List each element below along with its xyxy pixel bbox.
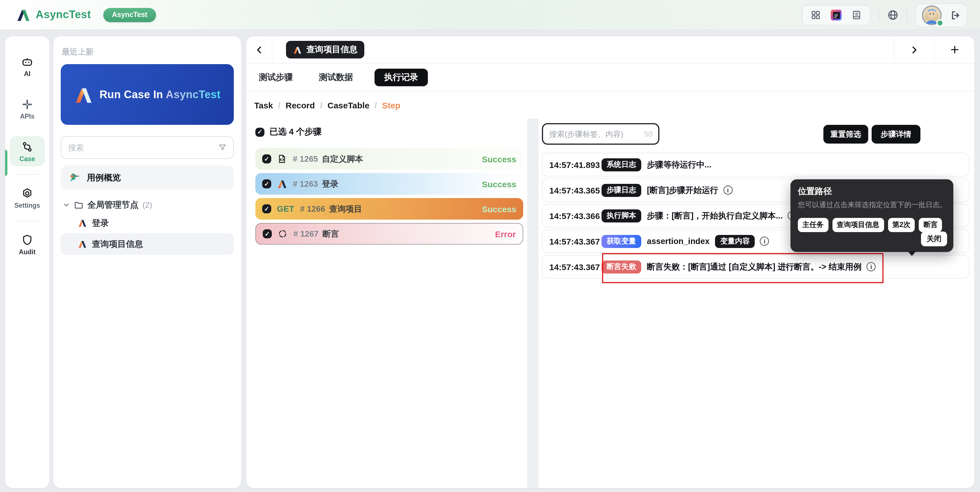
- case-title-pill: 查询项目信息: [286, 41, 364, 59]
- breadcrumb: Task / Record / CaseTable / Step: [246, 91, 974, 119]
- log-time: 14:57:41.893: [549, 160, 601, 169]
- case-sidebar: 最近上新 Run Case In AsyncTest: [53, 36, 241, 488]
- rail-item-audit[interactable]: Audit: [10, 229, 45, 260]
- step-checkbox[interactable]: ✓: [262, 204, 271, 213]
- step-row-login[interactable]: ✓ # 1263 登录 Success: [255, 173, 523, 195]
- step-checkbox[interactable]: ✓: [262, 179, 271, 188]
- recent-header: 最近上新: [62, 47, 234, 57]
- tree-child-label: 查询项目信息: [92, 239, 143, 249]
- log-tag-assert-fail: 断言失败: [601, 260, 641, 273]
- plus-icon: [950, 45, 959, 54]
- asynctest-case-icon: [78, 218, 87, 228]
- info-icon[interactable]: i: [760, 237, 769, 246]
- step-name: 登录: [322, 178, 339, 189]
- rail-item-ai[interactable]: AI: [10, 51, 45, 81]
- banner-title: Run Case In AsyncTest: [100, 88, 221, 101]
- log-tag-system: 系统日志: [601, 158, 641, 171]
- case-tree: 全局管理节点 (2) 登录 查询项目信息: [61, 197, 234, 255]
- log-text: 步骤：[断言]，开始执行自定义脚本...: [647, 210, 783, 221]
- breadcrumb-record[interactable]: Record: [286, 100, 315, 110]
- step-row-custom-script[interactable]: ✓ # 1265 自定义脚本 Success: [255, 148, 523, 170]
- breadcrumb-casetable[interactable]: CaseTable: [328, 100, 369, 110]
- case-search[interactable]: [61, 136, 234, 159]
- tab-test-steps[interactable]: 测试步骤: [259, 72, 293, 83]
- steps-pane: ✓ 已选 4 个步骤 ✓ # 1265 自定义脚本 Success ✓: [246, 119, 527, 488]
- asynctest-case-icon: [78, 239, 87, 248]
- http-method-label: GET: [277, 204, 294, 213]
- rail-item-apis[interactable]: APIs: [10, 94, 45, 124]
- log-search-input[interactable]: [549, 130, 629, 138]
- step-status: Success: [482, 179, 516, 189]
- info-icon[interactable]: i: [723, 186, 732, 195]
- tab-test-data[interactable]: 测试数据: [319, 72, 353, 83]
- case-branch-icon: [21, 141, 33, 153]
- tab-execution-record[interactable]: 执行记录: [374, 68, 428, 86]
- tree-node-root[interactable]: 全局管理节点 (2): [61, 197, 234, 213]
- language-globe-icon[interactable]: [887, 9, 899, 21]
- reset-filter-button[interactable]: 重置筛选: [823, 125, 868, 143]
- pane-divider: [527, 119, 539, 488]
- log-row-assert-fail[interactable]: 14:57:43.367 断言失败 断言失败：[断言]通过 [自定义脚本] 进行…: [542, 255, 969, 279]
- apps-grid-icon[interactable]: [810, 10, 821, 21]
- workspace-badge[interactable]: AsyncTest: [103, 8, 156, 22]
- add-button[interactable]: [934, 36, 974, 63]
- log-toolbar: 50 重置筛选 步骤详情: [539, 123, 974, 146]
- gear-icon: [21, 187, 33, 200]
- select-all-checkbox[interactable]: ✓: [255, 127, 264, 137]
- record-body: ✓ 已选 4 个步骤 ✓ # 1265 自定义脚本 Success ✓: [246, 119, 974, 488]
- divider: [15, 174, 39, 175]
- filter-funnel-icon[interactable]: [218, 143, 227, 152]
- tooltip-close-button[interactable]: 关闭: [921, 231, 947, 246]
- case-overview-item[interactable]: 用例概览: [61, 166, 234, 189]
- robot-icon: [21, 56, 33, 68]
- avatar[interactable]: [921, 5, 942, 25]
- variable-content-tag[interactable]: 变量内容: [715, 235, 755, 248]
- crosshair-icon: [277, 229, 288, 239]
- user-menu[interactable]: [915, 3, 967, 27]
- step-id: # 1265: [293, 154, 318, 164]
- run-case-banner[interactable]: Run Case In AsyncTest: [61, 64, 234, 125]
- tooltip-tag-round2[interactable]: 第2次: [888, 218, 915, 232]
- log-time: 14:57:43.367: [549, 236, 601, 246]
- log-pane: 50 重置筛选 步骤详情 14:57:41.893 系统日志 步骤等待运行中..…: [539, 119, 974, 488]
- logout-icon[interactable]: [950, 10, 961, 21]
- tree-node-query-project[interactable]: 查询项目信息: [61, 233, 234, 255]
- step-row-query-project[interactable]: ✓ GET # 1266 查询项目 Success: [255, 198, 523, 220]
- log-tag-step: 步骤日志: [601, 183, 641, 197]
- chevron-right-icon: [910, 45, 919, 54]
- log-tag-exec: 执行脚本: [601, 209, 641, 222]
- steps-selected-label: 已选 4 个步骤: [270, 127, 321, 137]
- brand[interactable]: AsyncTest: [16, 7, 91, 22]
- divider: [878, 10, 879, 21]
- step-row-assertion[interactable]: ✓ # 1267 断言 Error: [255, 223, 523, 245]
- tree-node-login[interactable]: 登录: [61, 215, 234, 231]
- rail-item-settings[interactable]: Settings: [10, 183, 45, 213]
- step-id: # 1267: [293, 229, 319, 238]
- step-checkbox[interactable]: ✓: [262, 154, 271, 164]
- intellij-icon[interactable]: IJ: [831, 10, 842, 21]
- log-search[interactable]: 50: [542, 123, 659, 145]
- rail-item-case[interactable]: Case: [10, 136, 45, 166]
- log-text: 步骤等待运行中...: [647, 159, 711, 170]
- chevron-left-icon: [255, 45, 264, 54]
- active-indicator-bar: [5, 150, 7, 176]
- step-checkbox[interactable]: ✓: [263, 229, 272, 238]
- tab-bar: 测试步骤 测试数据 执行记录: [246, 64, 974, 91]
- topbar-actions: IJ: [802, 0, 967, 30]
- case-search-input[interactable]: [68, 143, 206, 152]
- breadcrumb-step[interactable]: Step: [382, 100, 400, 110]
- log-row-system[interactable]: 14:57:41.893 系统日志 步骤等待运行中...: [542, 153, 969, 177]
- tooltip-tag-assertion[interactable]: 断言: [919, 218, 942, 232]
- tree-root-count: (2): [142, 200, 152, 209]
- next-case-button[interactable]: [894, 36, 934, 63]
- breadcrumb-task[interactable]: Task: [254, 100, 273, 110]
- journal-icon[interactable]: [851, 10, 862, 21]
- back-button[interactable]: [246, 36, 272, 63]
- asynctest-case-icon: [293, 45, 302, 54]
- step-detail-button[interactable]: 步骤详情: [872, 125, 920, 143]
- tooltip-tag-main-task[interactable]: 主任务: [798, 218, 828, 232]
- tooltip-tag-query-project[interactable]: 查询项目信息: [832, 218, 884, 232]
- info-icon[interactable]: i: [867, 262, 876, 271]
- rail-label: APIs: [20, 113, 34, 120]
- hummingbird-icon: [68, 172, 80, 183]
